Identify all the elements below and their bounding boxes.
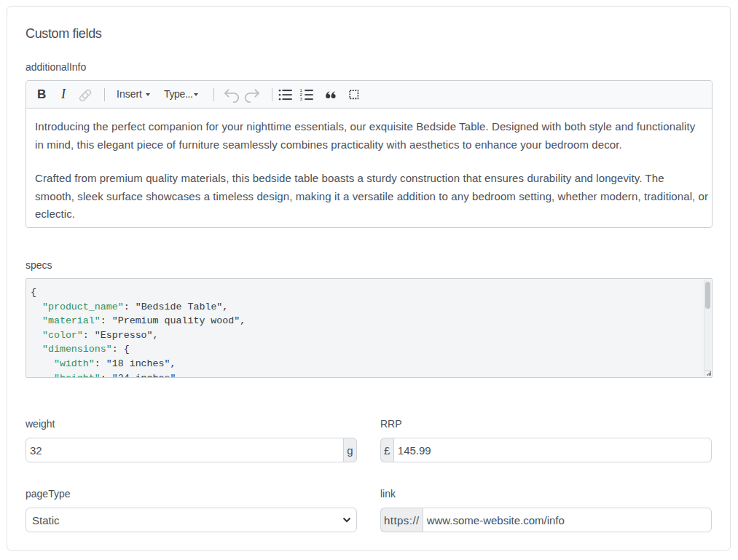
svg-text:3: 3 (300, 96, 303, 101)
